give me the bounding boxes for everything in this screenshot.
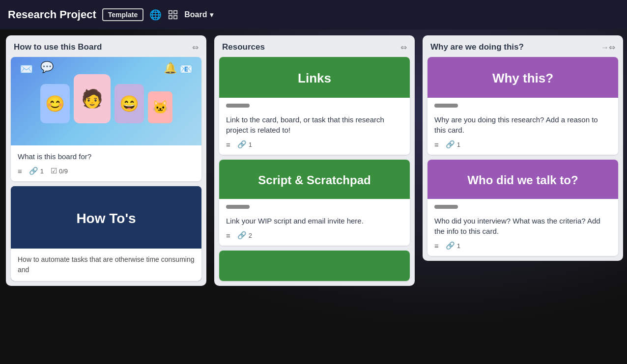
column-how-to-use: How to use this Board ⇔ ✉️ 💬 🔔 📧 😊 🧑 😄 — [6, 35, 206, 286]
column-title-3: Why are we doing this? — [430, 42, 524, 52]
collapse-icon-3[interactable]: →⇔ — [601, 43, 615, 52]
card-links-body: Link to the card, board, or task that th… — [219, 98, 410, 155]
card-meta-1: ≡ 🔗 1 ☑ 0/9 — [18, 167, 195, 175]
card-links-title: Links — [227, 71, 402, 86]
attachment-icon-script: 🔗 — [237, 231, 247, 240]
card-why-header: Why this? — [428, 57, 618, 98]
email2-icon: 📧 — [179, 63, 193, 76]
card-navy-title: How To's — [19, 211, 194, 226]
lines-icon-script: ≡ — [226, 231, 230, 240]
svg-rect-3 — [174, 16, 177, 19]
meta-attachment-links: 🔗 1 — [237, 140, 252, 149]
column-cards-2: Links Link to the card, board, or task t… — [214, 57, 415, 286]
checklist-value-1: 0/9 — [59, 168, 68, 175]
card-links-text: Link to the card, board, or task that th… — [226, 114, 403, 135]
board-view-button[interactable]: Board ▾ — [184, 10, 213, 19]
card-links-header: Links — [219, 57, 410, 98]
card-cover-illustration: ✉️ 💬 🔔 📧 😊 🧑 😄 🐱 — [11, 57, 201, 145]
envelope-icon: ✉️ — [20, 63, 33, 76]
attachment-count-1: 1 — [40, 168, 44, 175]
column-title-2: Resources — [222, 42, 265, 52]
column-why: Why are we doing this? →⇔ Why this? Why … — [423, 35, 623, 261]
column-cards-1: ✉️ 💬 🔔 📧 😊 🧑 😄 🐱 What is this board for? — [6, 57, 206, 286]
column-cards-3: Why this? Why are you doing this researc… — [423, 57, 623, 261]
checklist-icon-1: ☑ — [51, 167, 57, 175]
meta-lines-who: ≡ — [434, 242, 439, 250]
card-title-1: What is this board for? — [18, 151, 195, 162]
card-script-body: Link your WIP script and email invite he… — [219, 199, 410, 246]
card-green-3-header — [219, 251, 410, 281]
card-who-body: Who did you interview? What was the crit… — [428, 199, 618, 256]
attachment-count-links: 1 — [249, 141, 252, 148]
meta-lines-1: ≡ — [18, 167, 22, 175]
attachment-count-who: 1 — [457, 242, 460, 250]
attachment-count-script: 2 — [249, 232, 252, 239]
svg-rect-0 — [169, 11, 172, 14]
meta-lines-why: ≡ — [434, 140, 439, 149]
chat-icon: 💬 — [40, 61, 54, 74]
page-title: Research Project — [8, 8, 96, 21]
pill-bar-links — [226, 104, 250, 108]
card-why-title: Why this? — [435, 71, 610, 86]
lines-icon-who: ≡ — [434, 242, 439, 250]
bell-icon: 🔔 — [164, 62, 177, 75]
card-green-3-title — [227, 259, 402, 274]
card-script-header: Script & Scratchpad — [219, 160, 410, 199]
meta-attachment-who: 🔗 1 — [446, 241, 460, 250]
column-title-1: How to use this Board — [14, 42, 102, 52]
card-why-body: Why are you doing this research? Add a r… — [428, 98, 618, 155]
header: Research Project Template 🌐 Board ▾ — [0, 0, 627, 29]
card-who-text: Who did you interview? What was the crit… — [434, 216, 611, 236]
char-3: 😄 — [114, 84, 144, 123]
grid-icon[interactable] — [168, 9, 178, 20]
svg-rect-1 — [174, 11, 177, 14]
attachment-icon-who: 🔗 — [446, 241, 455, 250]
lines-icon-why: ≡ — [434, 140, 439, 149]
svg-rect-2 — [169, 16, 172, 19]
pill-bar-why — [434, 104, 458, 108]
meta-attachment-why: 🔗 1 — [446, 140, 460, 149]
globe-icon[interactable]: 🌐 — [149, 9, 162, 21]
illustration-characters: 😊 🧑 😄 🐱 — [40, 74, 172, 128]
card-who-talked[interactable]: Who did we talk to? Who did you intervie… — [428, 160, 618, 256]
board-area: How to use this Board ⇔ ✉️ 💬 🔔 📧 😊 🧑 😄 — [0, 29, 627, 364]
char-4: 🐱 — [148, 91, 172, 123]
pill-bar-who — [434, 205, 458, 209]
column-header-2: Resources ⇔ — [214, 35, 415, 57]
pill-bar-script — [226, 205, 250, 209]
card-navy-header: How To's — [11, 186, 201, 249]
card-body-1: What is this board for? ≡ 🔗 1 ☑ 0/9 — [11, 145, 201, 181]
meta-checklist-1: ☑ 0/9 — [51, 167, 68, 175]
meta-attachment-1: 🔗 1 — [29, 167, 44, 175]
card-who-title: Who did we talk to? — [435, 173, 610, 187]
meta-lines-script: ≡ — [226, 231, 230, 240]
meta-attachment-script: 🔗 2 — [237, 231, 252, 240]
collapse-icon-1[interactable]: ⇔ — [192, 43, 199, 52]
card-how-tos[interactable]: How To's How to automate tasks that are … — [11, 186, 201, 281]
chevron-down-icon: ▾ — [210, 11, 213, 19]
template-button[interactable]: Template — [102, 8, 143, 21]
collapse-icon-2[interactable]: ⇔ — [400, 43, 407, 52]
card-green-3[interactable] — [219, 251, 410, 281]
attachment-icon-why: 🔗 — [446, 140, 455, 149]
card-what-is-board[interactable]: ✉️ 💬 🔔 📧 😊 🧑 😄 🐱 What is this board for? — [11, 57, 201, 181]
lines-icon-links: ≡ — [226, 140, 230, 149]
column-header-3: Why are we doing this? →⇔ — [423, 35, 623, 57]
card-why-text: Why are you doing this research? Add a r… — [434, 114, 611, 135]
attachment-icon-1: 🔗 — [29, 167, 38, 175]
card-navy-body: How to automate tasks that are otherwise… — [11, 249, 201, 281]
card-script-text: Link your WIP script and email invite he… — [226, 216, 403, 226]
card-script[interactable]: Script & Scratchpad Link your WIP script… — [219, 160, 410, 246]
card-who-header: Who did we talk to? — [428, 160, 618, 199]
card-why-this[interactable]: Why this? Why are you doing this researc… — [428, 57, 618, 155]
column-resources: Resources ⇔ Links Link to the card, boar… — [214, 35, 415, 286]
char-1: 😊 — [40, 84, 70, 123]
char-2: 🧑 — [74, 74, 111, 123]
attachment-icon-links: 🔗 — [237, 140, 247, 149]
card-script-meta: ≡ 🔗 2 — [226, 231, 403, 240]
card-links[interactable]: Links Link to the card, board, or task t… — [219, 57, 410, 155]
column-header-1: How to use this Board ⇔ — [6, 35, 206, 57]
meta-lines-links: ≡ — [226, 140, 230, 149]
lines-icon: ≡ — [18, 167, 22, 175]
card-who-meta: ≡ 🔗 1 — [434, 241, 611, 250]
